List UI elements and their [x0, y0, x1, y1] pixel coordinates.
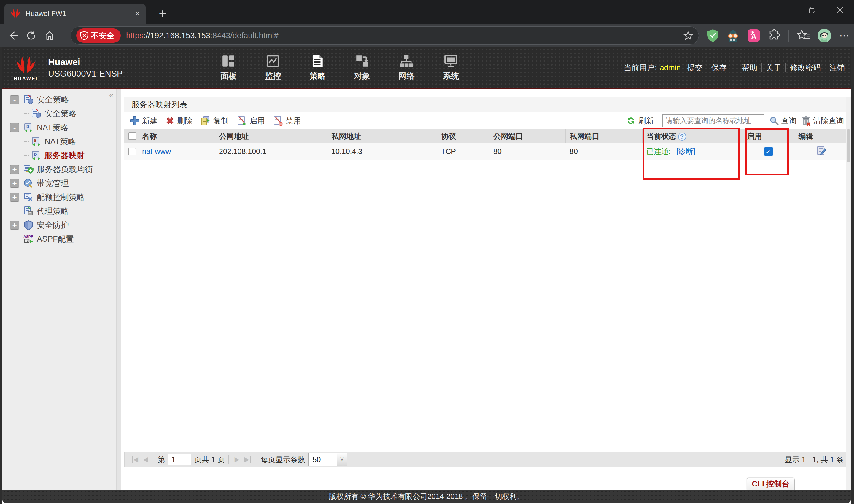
new-tab-button[interactable]: + — [154, 5, 171, 22]
sidebar-item-nat-policy[interactable]: S NAT策略 — [2, 134, 116, 148]
edit-row-icon[interactable] — [816, 145, 827, 156]
clear-query-button[interactable]: 清除查询 — [801, 116, 844, 126]
sidebar-item-bandwidth-management[interactable]: + 带宽管理 — [2, 176, 116, 190]
server-load-balance-icon — [23, 164, 34, 175]
nav-system[interactable]: 系统 — [443, 54, 459, 81]
about-link[interactable]: 关于 — [766, 62, 781, 73]
disable-button[interactable]: 禁用 — [273, 115, 301, 126]
collapse-minus-icon[interactable]: - — [10, 123, 19, 132]
server-mapping-panel: 服务器映射列表 新建 删除 复制 — [124, 97, 848, 490]
nav-network[interactable]: 网络 — [398, 54, 414, 81]
page-scrollbar[interactable] — [846, 97, 851, 490]
cli-console-button[interactable]: CLI 控制台 — [747, 478, 795, 490]
svg-text:D: D — [26, 124, 29, 129]
save-link[interactable]: 保存 — [711, 62, 727, 73]
diagnose-link[interactable]: [诊断] — [676, 147, 695, 156]
copy-button[interactable]: 复制 — [200, 115, 229, 126]
nav-dashboard[interactable]: 面板 — [220, 54, 236, 81]
sidebar-scrollbar[interactable] — [116, 89, 121, 490]
protection-shield-icon — [23, 220, 34, 231]
address-bar[interactable]: 不安全 https://192.168.153.153:8443/default… — [71, 26, 699, 45]
enable-checkbox[interactable]: ✓ — [764, 147, 773, 156]
sidebar-item-aspf-config[interactable]: ASPF ASPF配置 — [2, 232, 116, 246]
change-password-link[interactable]: 修改密码 — [790, 62, 821, 73]
nav-monitor[interactable]: 监控 — [265, 54, 281, 81]
sidebar-item-proxy-policy[interactable]: 代理策略 — [2, 204, 116, 218]
prev-page-button[interactable]: ◀ — [143, 456, 148, 463]
select-all-checkbox[interactable] — [128, 132, 136, 140]
search-input[interactable] — [662, 114, 764, 127]
brand-name: Huawei — [48, 57, 123, 68]
huawei-favicon-icon — [10, 8, 21, 20]
collapse-minus-icon[interactable]: - — [10, 95, 19, 104]
browser-menu-icon[interactable]: ⋯ — [839, 30, 850, 41]
sidebar-item-security-protection[interactable]: + 安全防护 — [2, 218, 116, 232]
collections-favorites-icon[interactable] — [797, 29, 810, 42]
expand-plus-icon[interactable]: + — [10, 165, 19, 174]
browser-toolbar: 不安全 https://192.168.153.153:8443/default… — [0, 24, 854, 48]
nav-policy[interactable]: 策略 — [309, 54, 325, 81]
dashboard-icon — [221, 54, 236, 68]
window-close-button[interactable] — [826, 0, 854, 20]
scrollbar-thumb[interactable] — [847, 129, 850, 162]
sidebar-item-nat-policy-group[interactable]: - D NAT策略 — [2, 121, 116, 134]
action-toolbar: 新建 删除 复制 启用 — [124, 112, 848, 129]
delete-button[interactable]: 删除 — [165, 116, 193, 126]
huawei-logo: HUAWEI — [10, 54, 42, 81]
bookmark-star-icon[interactable] — [683, 31, 693, 41]
server-mapping-icon: D — [31, 150, 41, 161]
commit-link[interactable]: 提交 — [687, 62, 703, 73]
per-page-select[interactable]: 50 ˅ — [309, 453, 347, 466]
query-button[interactable]: 查询 — [769, 116, 797, 126]
adblock-shield-extension-icon[interactable] — [707, 29, 719, 42]
huawei-logo-text: HUAWEI — [14, 76, 38, 81]
home-button[interactable] — [40, 26, 59, 45]
layout-gap — [121, 89, 124, 490]
expand-plus-icon[interactable]: + — [10, 221, 19, 230]
browser-tab[interactable]: Huawei FW1 × — [4, 3, 146, 24]
table-header-row: 名称 公网地址 私网地址 协议 公网端口 私网端口 当前状态? 启用 — [124, 129, 849, 143]
site-header: HUAWEI Huawei USG6000V1-ENSP 面板 — [2, 48, 851, 89]
back-button[interactable] — [3, 26, 22, 45]
row-private-address: 10.10.4.3 — [327, 143, 437, 160]
sidebar-item-server-load-balancing[interactable]: + 服务器负载均衡 — [2, 162, 116, 176]
last-page-button[interactable]: ▶ — [244, 456, 251, 463]
security-warning-badge[interactable]: 不安全 — [76, 29, 121, 43]
tab-close-icon[interactable]: × — [135, 9, 140, 18]
spy-glasses-extension-icon[interactable] — [726, 29, 740, 42]
row-checkbox[interactable] — [128, 148, 136, 156]
profile-avatar[interactable] — [817, 29, 832, 43]
next-page-button[interactable]: ▶ — [235, 456, 240, 463]
help-link[interactable]: 帮助 — [742, 62, 757, 73]
expand-plus-icon[interactable]: + — [10, 179, 19, 188]
sidebar-item-security-policy-group[interactable]: - 安全策略 — [2, 93, 116, 107]
logout-link[interactable]: 注销 — [829, 62, 845, 73]
translate-extension-icon[interactable]: A — [747, 29, 760, 42]
status-help-icon[interactable]: ? — [678, 132, 686, 141]
sidebar-item-security-policy[interactable]: 安全策略 — [2, 107, 116, 121]
chevron-down-icon: ˅ — [337, 453, 347, 466]
table-row: nat-www 202.108.100.1 10.10.4.3 TCP 80 8… — [124, 143, 849, 160]
expand-plus-icon[interactable]: + — [10, 193, 19, 202]
row-protocol: TCP — [437, 143, 489, 160]
system-icon — [444, 54, 458, 68]
window-restore-button[interactable] — [798, 0, 826, 20]
record-count-summary: 显示 1 - 1, 共 1 条 — [785, 455, 843, 465]
device-model: USG6000V1-ENSP — [48, 69, 123, 78]
security-policy-icon — [23, 94, 34, 105]
extensions-puzzle-icon[interactable] — [768, 29, 780, 42]
user-bar: 当前用户: admin 提交 保存 帮助 关于 修改密码 注销 — [624, 62, 845, 73]
refresh-list-button[interactable]: 刷新 — [626, 116, 654, 126]
sidebar-item-server-mapping[interactable]: D 服务器映射 — [2, 148, 116, 162]
sidebar-item-quota-control-policy[interactable]: + 配额控制策略 — [2, 190, 116, 204]
window-controls — [770, 0, 854, 20]
new-button[interactable]: 新建 — [130, 116, 158, 126]
enable-button[interactable]: 启用 — [236, 115, 265, 126]
page-number-input[interactable] — [168, 454, 191, 465]
row-name-link[interactable]: nat-www — [142, 147, 171, 156]
first-page-button[interactable]: ◀ — [132, 456, 138, 463]
trash-icon — [801, 116, 811, 126]
refresh-button[interactable] — [22, 26, 40, 45]
nav-object[interactable]: 对象 — [354, 54, 370, 81]
window-minimize-button[interactable] — [770, 0, 798, 20]
